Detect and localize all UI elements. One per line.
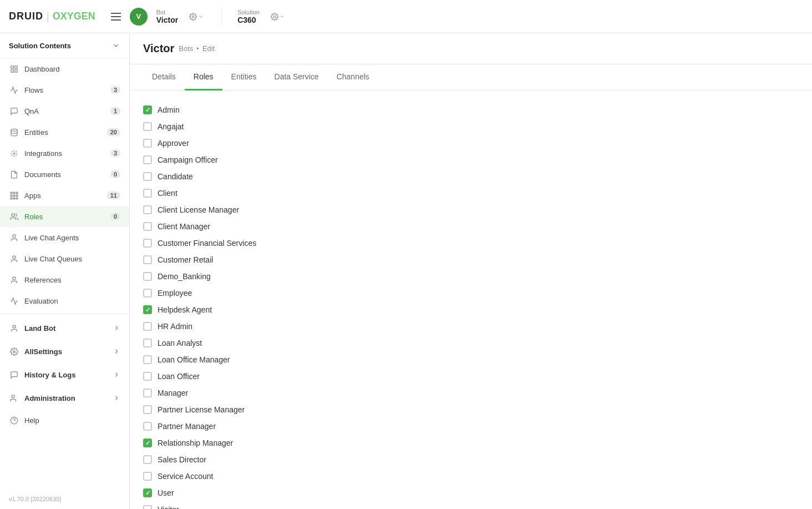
checkbox-loan-officer[interactable]	[143, 372, 152, 381]
checkbox-service-account[interactable]	[143, 472, 152, 481]
role-name-sales-director: Sales Director	[158, 455, 206, 464]
sidebar-group-administration[interactable]: Administration	[0, 386, 129, 410]
sidebar-item-help[interactable]: Help	[0, 410, 129, 431]
role-item-customer-retail[interactable]: Customer Retail	[143, 251, 799, 268]
breadcrumb-bots[interactable]: Bots	[179, 44, 193, 53]
sidebar-item-label-references: References	[24, 276, 61, 284]
checkbox-visitor[interactable]	[143, 505, 152, 509]
role-name-manager: Manager	[158, 389, 188, 397]
checkbox-demo-banking[interactable]	[143, 272, 152, 281]
checkbox-hr-admin[interactable]	[143, 322, 152, 331]
role-item-angajat[interactable]: Angajat	[143, 118, 799, 135]
role-item-client[interactable]: Client	[143, 185, 799, 201]
bot-avatar: V	[130, 8, 148, 26]
svg-point-17	[12, 213, 14, 216]
role-item-employee[interactable]: Employee	[143, 285, 799, 301]
roles-list: AdminAngajatApproverCampaign OfficerCand…	[130, 90, 812, 509]
role-item-manager[interactable]: Manager	[143, 385, 799, 401]
sidebar-item-live-chat-agents[interactable]: Live Chat Agents	[0, 227, 129, 248]
role-item-client-license-manager[interactable]: Client License Manager	[143, 201, 799, 218]
checkbox-admin[interactable]	[143, 105, 152, 114]
role-item-loan-office-manager[interactable]: Loan Office Manager	[143, 351, 799, 368]
sidebar-item-live-chat-queues[interactable]: Live Chat Queues	[0, 248, 129, 269]
checkbox-helpdesk-agent[interactable]	[143, 305, 152, 314]
svg-rect-2	[11, 65, 13, 68]
role-item-loan-analyst[interactable]: Loan Analyst	[143, 335, 799, 351]
sidebar-group-all-settings[interactable]: AllSettings	[0, 340, 129, 363]
role-item-hr-admin[interactable]: HR Admin	[143, 318, 799, 335]
role-name-customer-financial-services: Customer Financial Services	[158, 239, 256, 248]
sidebar-item-apps[interactable]: Apps 11	[0, 185, 129, 206]
sidebar-divider-1	[0, 314, 129, 314]
solution-settings-button[interactable]	[268, 11, 287, 23]
role-item-partner-license-manager[interactable]: Partner License Manager	[143, 401, 799, 418]
checkbox-client[interactable]	[143, 189, 152, 198]
checkbox-candidate[interactable]	[143, 172, 152, 181]
role-name-loan-analyst: Loan Analyst	[158, 339, 202, 347]
sidebar-item-integrations[interactable]: Integrations 3	[0, 143, 129, 164]
checkbox-partner-license-manager[interactable]	[143, 405, 152, 414]
role-name-relationship-manager: Relationship Manager	[158, 439, 233, 447]
checkbox-customer-retail[interactable]	[143, 255, 152, 264]
role-item-campaign-officer[interactable]: Campaign Officer	[143, 152, 799, 168]
tab-details[interactable]: Details	[143, 64, 185, 90]
bot-settings-button[interactable]	[187, 11, 206, 23]
checkbox-client-license-manager[interactable]	[143, 205, 152, 214]
sidebar-group-land-bot[interactable]: Land Bot	[0, 316, 129, 340]
sidebar-item-flows[interactable]: Flows 3	[0, 79, 129, 100]
checkbox-angajat[interactable]	[143, 122, 152, 131]
breadcrumb: Bots • Edit	[179, 44, 215, 53]
dashboard-icon	[9, 64, 19, 74]
history-logs-icon	[9, 370, 19, 380]
role-item-sales-director[interactable]: Sales Director	[143, 451, 799, 468]
solution-info: Solution C360	[237, 9, 260, 24]
svg-point-6	[11, 129, 17, 131]
sidebar-item-qna[interactable]: QnA 1	[0, 100, 129, 122]
chevron-down-icon	[111, 41, 120, 50]
role-item-visitor[interactable]: Visitor	[143, 501, 799, 509]
checkbox-client-manager[interactable]	[143, 222, 152, 231]
role-item-approver[interactable]: Approver	[143, 135, 799, 152]
sidebar-item-documents[interactable]: Documents 0	[0, 164, 129, 185]
tab-channels[interactable]: Channels	[328, 64, 378, 90]
checkbox-sales-director[interactable]	[143, 455, 152, 464]
role-item-demo-banking[interactable]: Demo_Banking	[143, 268, 799, 285]
roles-icon	[9, 211, 19, 221]
role-name-service-account: Service Account	[158, 472, 213, 481]
checkbox-loan-office-manager[interactable]	[143, 355, 152, 364]
checkbox-manager[interactable]	[143, 389, 152, 397]
role-item-service-account[interactable]: Service Account	[143, 468, 799, 485]
sidebar-item-entities[interactable]: Entities 20	[0, 122, 129, 143]
checkbox-employee[interactable]	[143, 289, 152, 298]
role-item-relationship-manager[interactable]: Relationship Manager	[143, 435, 799, 451]
version-text: v1.70.0 [20220630]	[0, 489, 129, 509]
role-item-partner-manager[interactable]: Partner Manager	[143, 418, 799, 435]
checkbox-user[interactable]	[143, 488, 152, 497]
checkbox-loan-analyst[interactable]	[143, 339, 152, 347]
sidebar-section-header[interactable]: Solution Contents	[0, 33, 129, 58]
role-item-user[interactable]: User	[143, 485, 799, 501]
checkbox-approver[interactable]	[143, 139, 152, 148]
role-item-helpdesk-agent[interactable]: Helpdesk Agent	[143, 301, 799, 318]
sidebar-item-dashboard[interactable]: Dashboard	[0, 58, 129, 79]
checkbox-customer-financial-services[interactable]	[143, 239, 152, 248]
checkbox-campaign-officer[interactable]	[143, 155, 152, 164]
role-item-loan-officer[interactable]: Loan Officer	[143, 368, 799, 385]
breadcrumb-edit[interactable]: Edit	[202, 44, 215, 53]
role-item-admin[interactable]: Admin	[143, 102, 799, 118]
role-item-client-manager[interactable]: Client Manager	[143, 218, 799, 235]
tab-roles[interactable]: Roles	[185, 64, 222, 90]
live-chat-agents-icon	[9, 233, 19, 243]
checkbox-partner-manager[interactable]	[143, 422, 152, 431]
sidebar-item-references[interactable]: References	[0, 269, 129, 290]
hamburger-button[interactable]	[111, 13, 121, 21]
checkbox-relationship-manager[interactable]	[143, 439, 152, 447]
tab-entities[interactable]: Entities	[222, 64, 266, 90]
sidebar-item-evaluation[interactable]: Evaluation	[0, 290, 129, 311]
logo-oxygen-text: OXYGEN	[53, 11, 95, 22]
sidebar-item-roles[interactable]: Roles 0	[0, 206, 129, 227]
role-item-customer-financial-services[interactable]: Customer Financial Services	[143, 235, 799, 251]
tab-data-service[interactable]: Data Service	[266, 64, 328, 90]
sidebar-group-history-logs[interactable]: History & Logs	[0, 363, 129, 386]
role-item-candidate[interactable]: Candidate	[143, 168, 799, 185]
